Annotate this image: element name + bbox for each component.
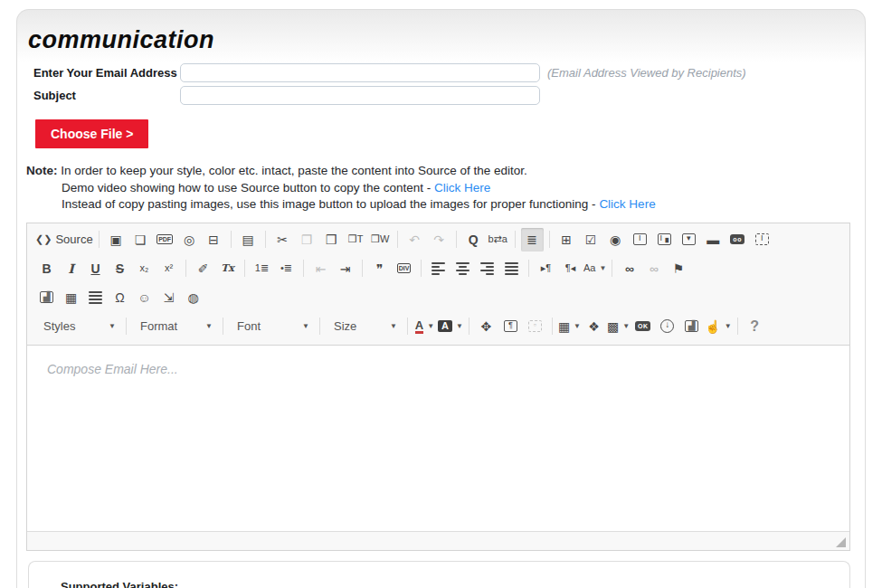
note-block: Note: In order to keep your style, color… xyxy=(26,163,865,213)
subscript-button[interactable]: x₂ xyxy=(133,257,156,280)
preview-button[interactable]: ◎ xyxy=(178,228,201,251)
supported-variables-panel: Supported Variables: {f_name} = First Na… xyxy=(28,561,850,588)
email-row: Enter Your Email Address (Email Address … xyxy=(33,63,865,82)
download-button[interactable]: ↓ xyxy=(656,315,678,338)
superscript-icon: x² xyxy=(165,263,173,273)
new-page-button[interactable]: ❏ xyxy=(129,228,152,251)
select-field-button[interactable]: ▾ xyxy=(678,228,700,251)
styles-combo-label: Styles xyxy=(43,319,75,333)
blockquote-button[interactable]: ❞ xyxy=(368,257,391,280)
chevron-down-icon: ▼ xyxy=(622,322,630,330)
table-tools-button[interactable]: ▦▼ xyxy=(558,315,581,338)
cut-button[interactable]: ✂ xyxy=(271,228,294,251)
direction-ltr-button[interactable]: ▸¶ xyxy=(535,257,557,280)
form-button[interactable]: ⊞ xyxy=(555,228,578,251)
smiley-button[interactable]: ☺ xyxy=(133,286,156,309)
language-icon: Aa xyxy=(583,263,595,273)
email-input[interactable] xyxy=(180,63,540,82)
div-container-icon: DIV xyxy=(397,263,412,273)
size-combo[interactable]: Size▼ xyxy=(327,315,401,337)
toolbar-separator xyxy=(552,318,553,335)
background-color-button[interactable]: A▼ xyxy=(438,315,463,338)
subject-input[interactable] xyxy=(180,86,540,105)
table-button[interactable]: ▦ xyxy=(60,286,82,309)
export-pdf-button[interactable]: PDF xyxy=(154,228,176,251)
indent-button[interactable]: ⇥ xyxy=(334,257,356,280)
outdent-icon: ⇤ xyxy=(316,262,327,275)
superscript-button[interactable]: x² xyxy=(157,257,180,280)
div-container-button[interactable]: DIV xyxy=(393,257,415,280)
direction-rtl-button[interactable]: ¶◂ xyxy=(559,257,582,280)
hand-tool-button[interactable]: ☝▼ xyxy=(705,315,731,338)
replace-button[interactable]: b⇄a xyxy=(487,228,509,251)
horizontal-rule-button[interactable] xyxy=(84,286,107,309)
resize-handle-icon[interactable] xyxy=(836,537,846,547)
align-justify-button[interactable] xyxy=(500,257,523,280)
toolbar-separator xyxy=(515,231,516,248)
align-right-button[interactable] xyxy=(476,257,498,280)
copy-formatting-button[interactable]: ✐ xyxy=(192,257,214,280)
editor-content-area[interactable]: Compose Email Here... xyxy=(27,346,849,531)
bold-icon: B xyxy=(42,262,51,275)
align-center-button[interactable] xyxy=(451,257,474,280)
styles-combo[interactable]: Styles▼ xyxy=(36,315,119,337)
link-button[interactable]: ∞ xyxy=(618,257,640,280)
about-button[interactable]: ? xyxy=(744,315,766,338)
image-button[interactable]: ▟ xyxy=(35,286,58,309)
copy-icon: ❐ xyxy=(301,233,313,246)
choose-file-button[interactable]: Choose File > xyxy=(35,119,148,148)
maximize-button[interactable]: ✥ xyxy=(475,315,498,338)
text-field-button[interactable]: I xyxy=(629,228,651,251)
toolbar-separator xyxy=(265,231,266,248)
radio-button-button[interactable]: ◉ xyxy=(604,228,627,251)
outdent-button: ⇤ xyxy=(309,257,332,280)
toolbar-separator xyxy=(303,260,304,277)
toolbar-separator xyxy=(421,260,422,277)
font-combo-label: Font xyxy=(237,319,261,333)
show-blocks-button[interactable]: ¶ xyxy=(499,315,522,338)
bulleted-list-button[interactable]: •≣ xyxy=(275,257,298,280)
align-left-button[interactable] xyxy=(427,257,450,280)
paste-button[interactable]: ❒ xyxy=(320,228,343,251)
ok-badge-button[interactable]: OK xyxy=(631,315,654,338)
image-upload-link[interactable]: Click Here xyxy=(599,197,655,211)
language-button[interactable]: Aa▼ xyxy=(583,257,606,280)
textarea-button[interactable]: I▗ xyxy=(653,228,676,251)
strikethrough-button[interactable]: S xyxy=(109,257,131,280)
stamp-button[interactable]: ❖ xyxy=(583,315,605,338)
grid-menu-button[interactable]: ▩▼ xyxy=(607,315,630,338)
bold-button[interactable]: B xyxy=(35,257,58,280)
text-color-button[interactable]: A▼ xyxy=(413,315,436,338)
align-left-icon xyxy=(432,262,445,275)
select-all-button[interactable]: ≣ xyxy=(521,228,544,251)
save-button[interactable]: ▣ xyxy=(105,228,128,251)
font-combo[interactable]: Font▼ xyxy=(230,315,313,337)
hidden-field-button[interactable]: I xyxy=(751,228,773,251)
image-button-button[interactable]: oo xyxy=(726,228,749,251)
page-break-button[interactable]: ⇲ xyxy=(157,286,180,309)
anchor-button[interactable]: ⚑ xyxy=(667,257,689,280)
format-combo[interactable]: Format▼ xyxy=(133,315,216,337)
button-button[interactable]: ▬ xyxy=(702,228,725,251)
find-button[interactable]: Q xyxy=(462,228,485,251)
demo-video-link[interactable]: Click Here xyxy=(434,181,490,194)
paste-word-button[interactable]: ❒W xyxy=(369,228,392,251)
source-button[interactable]: ❮❯Source xyxy=(35,228,93,251)
templates-button[interactable]: ▤ xyxy=(237,228,260,251)
image-browser-button[interactable]: ▟ xyxy=(680,315,703,338)
italic-button[interactable]: I xyxy=(60,257,82,280)
remove-format-button[interactable]: Tx xyxy=(216,257,239,280)
chevron-down-icon: ▼ xyxy=(574,322,581,330)
paste-text-button[interactable]: ❒T xyxy=(345,228,367,251)
numbered-list-button[interactable]: 1≣ xyxy=(251,257,273,280)
rich-text-editor: ❮❯Source▣❏PDF◎⊟▤✂❐❒❒T❒W↶↷Qb⇄a≣⊞☑◉II▗▾▬oo… xyxy=(26,223,850,551)
special-character-button[interactable]: Ω xyxy=(109,286,131,309)
underline-icon: U xyxy=(90,262,100,275)
print-button[interactable]: ⊟ xyxy=(203,228,225,251)
iframe-button[interactable]: ◍ xyxy=(182,286,204,309)
note-line-3: Instead of copy pasting images, use this… xyxy=(62,196,865,213)
checkbox-button[interactable]: ☑ xyxy=(580,228,602,251)
toolbar-separator xyxy=(407,318,408,335)
radio-button-icon: ◉ xyxy=(610,233,621,246)
underline-button[interactable]: U xyxy=(84,257,107,280)
